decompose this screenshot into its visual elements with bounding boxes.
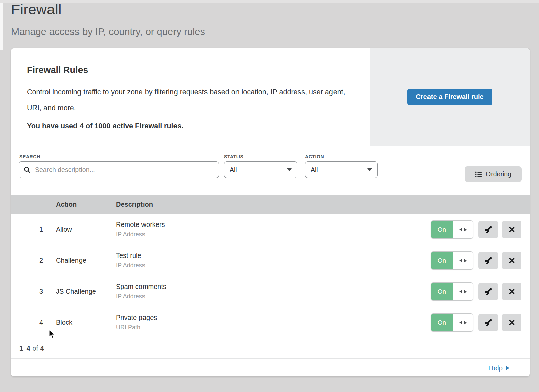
action-column-header: Action xyxy=(56,201,116,208)
rule-controls: On xyxy=(431,251,530,270)
search-input[interactable] xyxy=(34,165,214,174)
arrow-right-icon xyxy=(464,228,467,232)
rule-action: Challenge xyxy=(56,257,116,264)
wrench-icon xyxy=(484,225,492,233)
chevron-down-icon xyxy=(287,168,292,171)
arrow-right-icon xyxy=(464,259,467,263)
table-row: 4 Block Private pages URI Path On xyxy=(11,307,530,338)
rules-rows: 1 Allow Remote workers IP Address On xyxy=(11,214,530,338)
help-link-label: Help xyxy=(488,364,503,372)
pagination-total: 4 xyxy=(40,344,44,352)
edit-rule-button[interactable] xyxy=(478,252,498,269)
arrow-left-icon xyxy=(459,321,462,325)
overview-heading: Firewall Rules xyxy=(27,65,353,76)
filter-bar: SEARCH STATUS All ACTION All xyxy=(11,146,530,195)
help-arrow-icon xyxy=(506,366,509,370)
wrench-icon xyxy=(484,288,492,295)
page-left-edge xyxy=(0,3,3,50)
ordered-list-icon xyxy=(475,171,482,178)
rule-description-cell: Private pages URI Path xyxy=(116,314,431,331)
table-row: 2 Challenge Test rule IP Address On xyxy=(11,245,530,276)
toggle-on-label: On xyxy=(431,314,453,331)
search-box xyxy=(19,161,219,178)
action-select[interactable]: All xyxy=(305,161,378,178)
rule-description: Test rule xyxy=(116,252,431,260)
wrench-icon xyxy=(484,319,492,326)
firewall-rules-card: Firewall Rules Control incoming traffic … xyxy=(11,48,530,376)
close-icon xyxy=(508,257,515,264)
toggle-on-label: On xyxy=(431,221,453,238)
toggle-handle xyxy=(453,283,473,300)
delete-rule-button[interactable] xyxy=(502,314,521,331)
pagination-of: of xyxy=(33,344,38,352)
page-subtitle: Manage access by IP, country, or query r… xyxy=(11,26,205,37)
arrow-right-icon xyxy=(464,290,467,294)
delete-rule-button[interactable] xyxy=(502,283,521,300)
rule-action: Allow xyxy=(56,225,116,233)
close-icon xyxy=(508,319,515,326)
pagination-bar: 1–4 of 4 xyxy=(11,338,530,359)
help-link[interactable]: Help xyxy=(488,364,509,372)
toggle-on-label: On xyxy=(431,252,453,269)
chevron-down-icon xyxy=(367,168,372,171)
rule-description-cell: Remote workers IP Address xyxy=(116,221,431,238)
toggle-handle xyxy=(453,221,473,238)
overview-description: Control incoming traffic to your zone by… xyxy=(27,84,353,116)
help-bar: Help xyxy=(11,359,530,377)
arrow-right-icon xyxy=(464,321,467,325)
toggle-handle xyxy=(453,314,473,331)
rule-action: Block xyxy=(56,319,116,326)
rule-priority: 1 xyxy=(11,225,43,233)
rule-description: Private pages xyxy=(116,314,431,322)
overview-text-pane: Firewall Rules Control incoming traffic … xyxy=(11,48,370,146)
table-row: 3 JS Challenge Spam comments IP Address … xyxy=(11,276,530,307)
rule-match-type: URI Path xyxy=(116,324,431,331)
pagination-range: 1–4 xyxy=(19,344,30,352)
rule-match-type: IP Address xyxy=(116,262,431,269)
status-select[interactable]: All xyxy=(224,161,297,178)
close-icon xyxy=(508,226,515,233)
rule-controls: On xyxy=(431,313,530,332)
status-selected-value: All xyxy=(230,166,237,174)
rule-enabled-toggle[interactable]: On xyxy=(431,251,473,270)
arrow-left-icon xyxy=(459,259,462,263)
action-selected-value: All xyxy=(311,166,318,174)
edit-rule-button[interactable] xyxy=(478,221,498,238)
rule-match-type: IP Address xyxy=(116,293,431,300)
edit-rule-button[interactable] xyxy=(478,314,498,331)
table-header-row: Action Description xyxy=(11,195,530,214)
page-title: Firewall xyxy=(11,1,62,18)
rule-description: Spam comments xyxy=(116,283,431,291)
description-column-header: Description xyxy=(116,201,530,208)
search-icon xyxy=(24,166,31,173)
rule-controls: On xyxy=(431,282,530,301)
rule-enabled-toggle[interactable]: On xyxy=(431,313,473,332)
rule-priority: 3 xyxy=(11,288,43,295)
rule-priority: 2 xyxy=(11,257,43,264)
rule-enabled-toggle[interactable]: On xyxy=(431,220,473,239)
overview-section: Firewall Rules Control incoming traffic … xyxy=(11,48,530,146)
table-row: 1 Allow Remote workers IP Address On xyxy=(11,214,530,245)
page-top-edge xyxy=(0,0,539,3)
close-icon xyxy=(508,288,515,295)
usage-note: You have used 4 of 1000 active Firewall … xyxy=(27,122,353,130)
delete-rule-button[interactable] xyxy=(502,221,521,238)
edit-rule-button[interactable] xyxy=(478,283,498,300)
action-label: ACTION xyxy=(305,154,324,159)
toggle-on-label: On xyxy=(431,283,453,300)
rule-priority: 4 xyxy=(11,319,43,326)
rule-match-type: IP Address xyxy=(116,231,431,238)
rule-description: Remote workers xyxy=(116,221,431,229)
rule-description-cell: Spam comments IP Address xyxy=(116,283,431,300)
ordering-button-label: Ordering xyxy=(486,170,511,178)
ordering-button[interactable]: Ordering xyxy=(465,166,522,182)
arrow-left-icon xyxy=(459,290,462,294)
toggle-handle xyxy=(453,252,473,269)
search-label: SEARCH xyxy=(19,154,40,159)
create-rule-pane: Create a Firewall rule xyxy=(370,48,530,146)
status-label: STATUS xyxy=(224,154,244,159)
create-firewall-rule-button[interactable]: Create a Firewall rule xyxy=(407,89,492,105)
rule-enabled-toggle[interactable]: On xyxy=(431,282,473,301)
delete-rule-button[interactable] xyxy=(502,252,521,269)
arrow-left-icon xyxy=(459,228,462,232)
